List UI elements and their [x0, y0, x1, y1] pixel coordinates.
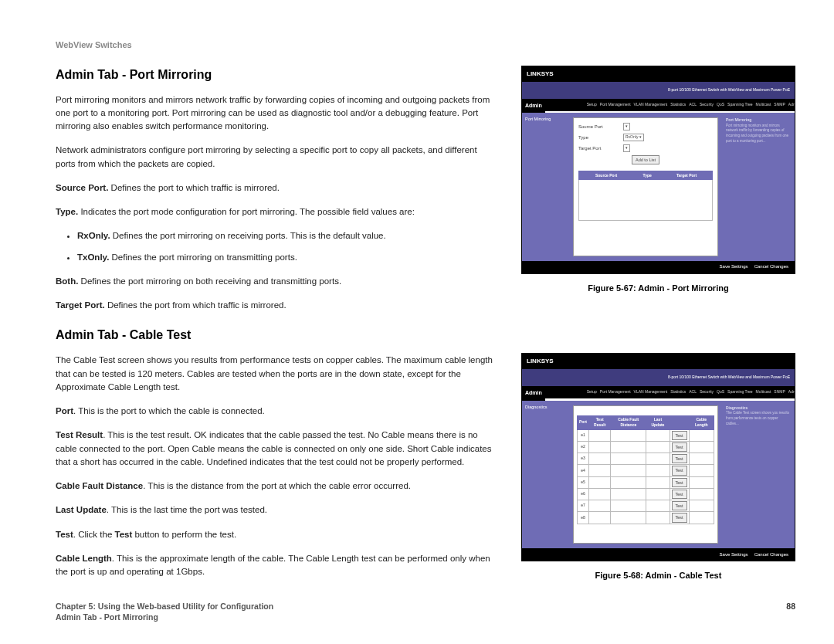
- brand-logo: LINKSYS: [527, 69, 554, 79]
- test-button[interactable]: Test: [672, 478, 687, 487]
- running-header: WebView Switches: [56, 39, 795, 52]
- test-button[interactable]: Test: [672, 454, 687, 463]
- admin-tab-label: Admin: [522, 386, 545, 401]
- nav-tabs: SetupPort ManagementVLAN Management Stat…: [545, 386, 795, 398]
- main-text-column: Admin Tab - Port Mirroring Port mirrorin…: [56, 66, 498, 590]
- test-button[interactable]: Test: [672, 431, 687, 440]
- mirror-table: Source PortTypeTarget Port: [578, 171, 713, 221]
- figure-port-mirroring: LINKSYS 8-port 10/100 Ethernet Switch wi…: [521, 66, 795, 274]
- ct-result: Test Result. This is the test result. OK…: [56, 429, 498, 469]
- sidebar-title: Diagnostics: [522, 401, 568, 549]
- pm-both: Both. Defines the port mirroring on both…: [56, 275, 498, 288]
- add-to-list-button[interactable]: Add to List: [632, 155, 659, 164]
- sidebar-title: Port Mirroring: [522, 113, 568, 261]
- figure-caption-67: Figure 5-67: Admin - Port Mirroring: [521, 282, 795, 295]
- page-footer: Chapter 5: Using the Web-based Utility f…: [56, 601, 795, 622]
- pm-intro-2: Network administrators configure port mi…: [56, 144, 498, 171]
- figure-column: LINKSYS 8-port 10/100 Ethernet Switch wi…: [521, 66, 795, 590]
- pm-rxonly: RxOnly. Defines the port mirroring on re…: [77, 229, 498, 242]
- ct-update: Last Update. This is the last time the p…: [56, 503, 498, 517]
- ct-length: Cable Length. This is the approximate le…: [56, 552, 498, 579]
- footer-chapter: Chapter 5: Using the Web-based Utility f…: [56, 601, 273, 612]
- pm-source-port: Source Port. Defines the port to which t…: [56, 181, 498, 195]
- page-number: 88: [786, 601, 795, 622]
- ct-test: Test. Click the Test button to perform t…: [56, 528, 498, 541]
- admin-tab-label: Admin: [522, 99, 545, 114]
- test-button[interactable]: Test: [672, 490, 687, 499]
- figure-caption-68: Figure 5-68: Admin - Cable Test: [521, 569, 795, 582]
- ct-fault: Cable Fault Distance. This is the distan…: [56, 480, 498, 493]
- nav-tabs: SetupPort ManagementVLAN Management Stat…: [545, 99, 795, 111]
- cable-test-table: PortTest Result Cable Fault DistanceLast…: [577, 415, 714, 524]
- pm-intro-1: Port mirroring monitors and mirrors netw…: [56, 93, 498, 134]
- pm-target-port: Target Port. Defines the port from which…: [56, 299, 498, 312]
- test-button[interactable]: Test: [672, 466, 687, 475]
- test-button[interactable]: Test: [672, 513, 687, 522]
- footer-section: Admin Tab - Port Mirroring: [56, 612, 273, 622]
- ct-port: Port. This is the port to which the cabl…: [56, 405, 498, 418]
- source-port-select[interactable]: [623, 123, 630, 130]
- help-panel: Diagnostics The Cable Test screen shows …: [723, 401, 795, 549]
- help-panel: Port Mirroring Port mirroring monitors a…: [723, 113, 795, 261]
- pm-txonly: TxOnly. Defines the port mirroring on tr…: [77, 251, 498, 264]
- type-select[interactable]: RxOnly: [623, 134, 644, 141]
- test-button[interactable]: Test: [672, 501, 687, 510]
- test-button[interactable]: Test: [672, 442, 687, 452]
- figure-cable-test: LINKSYS 8-port 10/100 Ethernet Switch wi…: [521, 353, 795, 561]
- section-title-cable-test: Admin Tab - Cable Test: [56, 326, 498, 344]
- target-port-select[interactable]: [623, 144, 630, 152]
- section-title-port-mirroring: Admin Tab - Port Mirroring: [56, 66, 498, 84]
- brand-logo: LINKSYS: [527, 357, 554, 366]
- ct-intro: The Cable Test screen shows you results …: [56, 354, 498, 394]
- pm-type: Type. Indicates the port mode configurat…: [56, 205, 498, 219]
